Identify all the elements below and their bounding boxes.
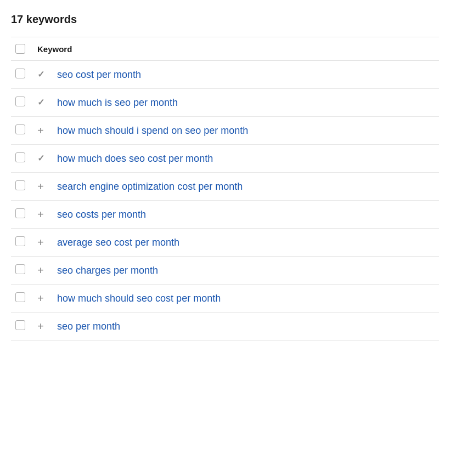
table-row: ✓how much is seo per month	[11, 89, 439, 117]
row-keyword-cell: how much is seo per month	[53, 89, 439, 117]
table-row: +seo costs per month	[11, 201, 439, 229]
check-icon: ✓	[37, 98, 44, 107]
check-icon: ✓	[37, 154, 44, 163]
row-keyword-cell: seo costs per month	[53, 201, 439, 229]
row-checkbox-cell	[11, 257, 33, 285]
row-checkbox[interactable]	[15, 152, 25, 162]
plus-icon: +	[37, 124, 44, 137]
keyword-link[interactable]: search engine optimization cost per mont…	[57, 181, 243, 192]
keyword-table: Keyword ✓seo cost per month✓how much is …	[11, 37, 439, 341]
table-row: +search engine optimization cost per mon…	[11, 173, 439, 201]
keyword-link[interactable]: seo cost per month	[57, 69, 141, 80]
row-checkbox-cell	[11, 173, 33, 201]
row-checkbox[interactable]	[15, 208, 25, 218]
header-checkbox-cell	[11, 37, 33, 61]
plus-icon: +	[37, 208, 44, 220]
main-container: 17 keywords Keyword ✓seo cost per month✓…	[0, 0, 450, 352]
table-row: ✓how much does seo cost per month	[11, 145, 439, 173]
row-keyword-cell: seo cost per month	[53, 61, 439, 89]
row-keyword-cell: seo per month	[53, 313, 439, 341]
plus-icon: +	[37, 292, 44, 304]
row-checkbox-cell	[11, 201, 33, 229]
row-keyword-cell: how much should seo cost per month	[53, 285, 439, 313]
row-keyword-cell: how much does seo cost per month	[53, 145, 439, 173]
select-all-checkbox[interactable]	[15, 44, 25, 54]
row-keyword-cell: seo charges per month	[53, 257, 439, 285]
row-icon-cell: +	[33, 229, 53, 257]
keyword-link[interactable]: how much should seo cost per month	[57, 293, 221, 304]
row-checkbox[interactable]	[15, 69, 25, 78]
row-checkbox-cell	[11, 117, 33, 145]
row-keyword-cell: how much should i spend on seo per month	[53, 117, 439, 145]
keyword-link[interactable]: seo charges per month	[57, 265, 158, 276]
row-icon-cell: ✓	[33, 61, 53, 89]
table-row: +how much should i spend on seo per mont…	[11, 117, 439, 145]
row-checkbox[interactable]	[15, 292, 25, 302]
plus-icon: +	[37, 180, 44, 192]
keyword-link[interactable]: seo per month	[57, 321, 120, 332]
row-checkbox[interactable]	[15, 236, 25, 246]
row-checkbox-cell	[11, 313, 33, 341]
row-icon-cell: +	[33, 117, 53, 145]
row-checkbox[interactable]	[15, 320, 25, 330]
keyword-link[interactable]: average seo cost per month	[57, 237, 179, 248]
keyword-link[interactable]: how much does seo cost per month	[57, 153, 213, 164]
row-icon-cell: +	[33, 285, 53, 313]
row-checkbox[interactable]	[15, 97, 25, 106]
row-checkbox-cell	[11, 89, 33, 117]
row-keyword-cell: search engine optimization cost per mont…	[53, 173, 439, 201]
keyword-column-header: Keyword	[37, 44, 72, 54]
row-icon-cell: +	[33, 313, 53, 341]
row-icon-cell: ✓	[33, 145, 53, 173]
check-icon: ✓	[37, 70, 44, 79]
keyword-link[interactable]: how much should i spend on seo per month	[57, 125, 248, 136]
row-checkbox[interactable]	[15, 264, 25, 274]
table-row: +how much should seo cost per month	[11, 285, 439, 313]
row-checkbox[interactable]	[15, 180, 25, 190]
keyword-link[interactable]: how much is seo per month	[57, 97, 178, 108]
row-checkbox[interactable]	[15, 124, 25, 134]
row-checkbox-cell	[11, 145, 33, 173]
row-icon-cell: +	[33, 201, 53, 229]
plus-icon: +	[37, 236, 44, 248]
table-row: +average seo cost per month	[11, 229, 439, 257]
page-title: 17 keywords	[11, 13, 439, 26]
plus-icon: +	[37, 264, 44, 276]
header-keyword-cell: Keyword	[33, 37, 439, 61]
row-checkbox-cell	[11, 229, 33, 257]
table-row: +seo charges per month	[11, 257, 439, 285]
row-checkbox-cell	[11, 61, 33, 89]
table-header-row: Keyword	[11, 37, 439, 61]
table-row: +seo per month	[11, 313, 439, 341]
plus-icon: +	[37, 320, 44, 332]
row-icon-cell: +	[33, 173, 53, 201]
table-row: ✓seo cost per month	[11, 61, 439, 89]
row-keyword-cell: average seo cost per month	[53, 229, 439, 257]
keyword-link[interactable]: seo costs per month	[57, 209, 146, 220]
row-icon-cell: ✓	[33, 89, 53, 117]
row-checkbox-cell	[11, 285, 33, 313]
row-icon-cell: +	[33, 257, 53, 285]
keyword-list: ✓seo cost per month✓how much is seo per …	[11, 61, 439, 341]
